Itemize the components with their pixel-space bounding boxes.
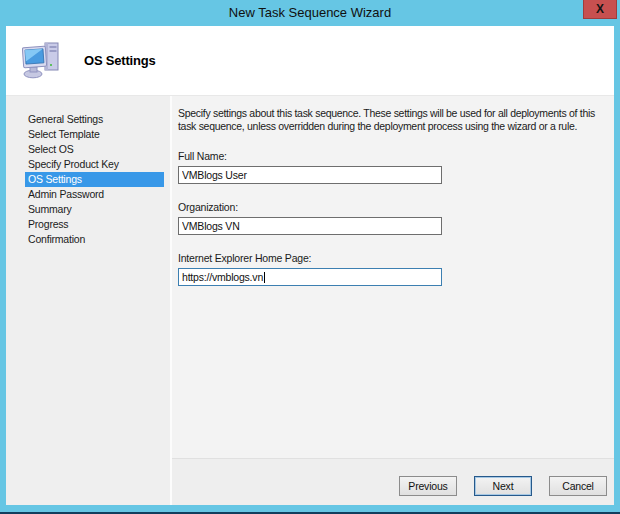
computer-icon	[22, 41, 62, 81]
organization-group: Organization:	[178, 201, 606, 235]
sidebar-item-select-template: Select Template	[6, 127, 170, 142]
page-title: OS Settings	[84, 53, 155, 68]
content-column: Specify settings about this task sequenc…	[172, 96, 614, 505]
sidebar-item-summary: Summary	[6, 202, 170, 217]
titlebar: New Task Sequence Wizard X	[0, 0, 620, 26]
text-caret	[264, 272, 265, 283]
sidebar-item-os-settings: OS Settings	[25, 172, 164, 187]
ie-home-page-input[interactable]: https://vmblogs.vn	[178, 268, 442, 286]
sidebar-item-confirmation: Confirmation	[6, 232, 170, 247]
organization-label: Organization:	[178, 201, 606, 214]
wizard-window: New Task Sequence Wizard X	[0, 0, 620, 514]
window-title: New Task Sequence Wizard	[0, 0, 620, 25]
wizard-frame: OS Settings General Settings Select Temp…	[6, 26, 614, 505]
sidebar-item-select-os: Select OS	[6, 142, 170, 157]
button-bar: Previous Next Cancel	[172, 458, 614, 505]
header-banner: OS Settings	[6, 26, 614, 96]
wizard-body: General Settings Select Template Select …	[6, 96, 614, 505]
full-name-label: Full Name:	[178, 150, 606, 163]
sidebar-item-admin-password: Admin Password	[6, 187, 170, 202]
ie-home-page-group: Internet Explorer Home Page: https://vmb…	[178, 252, 606, 286]
cancel-button[interactable]: Cancel	[549, 476, 607, 496]
close-button[interactable]: X	[583, 0, 617, 19]
ie-home-page-label: Internet Explorer Home Page:	[178, 252, 606, 265]
close-icon: X	[596, 2, 604, 16]
full-name-group: Full Name:	[178, 150, 606, 184]
organization-input[interactable]	[178, 217, 442, 235]
next-button[interactable]: Next	[474, 476, 532, 496]
main-content: Specify settings about this task sequenc…	[172, 96, 614, 458]
ie-home-page-value: https://vmblogs.vn	[182, 271, 263, 283]
sidebar-item-specify-product-key: Specify Product Key	[6, 157, 170, 172]
sidebar-item-progress: Progress	[6, 217, 170, 232]
step-sidebar: General Settings Select Template Select …	[6, 96, 170, 505]
sidebar-item-general-settings: General Settings	[6, 112, 170, 127]
previous-button[interactable]: Previous	[399, 476, 457, 496]
full-name-input[interactable]	[178, 166, 442, 184]
page-description: Specify settings about this task sequenc…	[178, 107, 606, 133]
